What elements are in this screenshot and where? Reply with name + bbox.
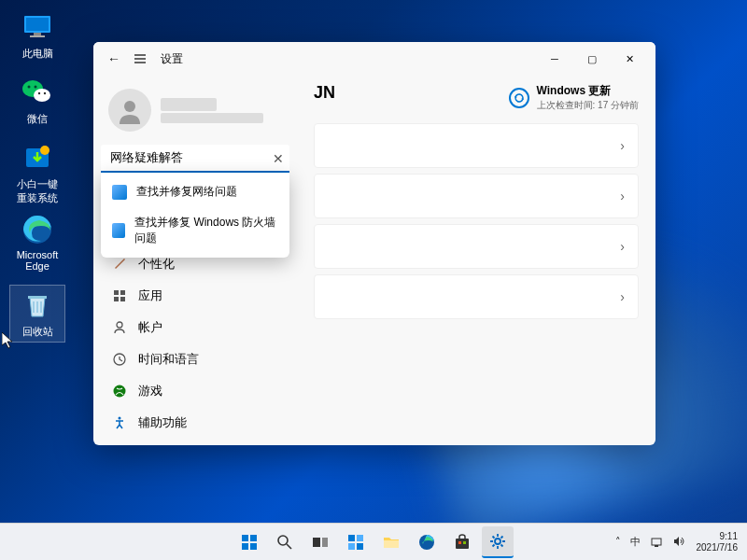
desktop-icon-installer[interactable]: 小白一键重装系统 bbox=[9, 138, 65, 208]
desktop-icon-wechat[interactable]: 微信 bbox=[9, 73, 65, 129]
svg-point-20 bbox=[117, 322, 122, 328]
svg-rect-32 bbox=[357, 535, 363, 541]
svg-rect-24 bbox=[242, 535, 248, 541]
tray-chevron-up-icon[interactable]: ˄ bbox=[613, 534, 623, 550]
hamburger-menu-icon[interactable] bbox=[127, 46, 153, 72]
svg-rect-26 bbox=[242, 543, 248, 550]
start-button[interactable] bbox=[233, 526, 265, 558]
svg-point-22 bbox=[114, 385, 126, 398]
system-tray: ˄ 中 9:11 2021/7/16 bbox=[613, 531, 742, 553]
taskbar: ˄ 中 9:11 2021/7/16 bbox=[0, 523, 747, 560]
svg-rect-3 bbox=[30, 35, 45, 37]
svg-rect-38 bbox=[458, 541, 461, 544]
nav-label: 游戏 bbox=[138, 383, 162, 399]
clear-search-button[interactable]: ✕ bbox=[273, 151, 284, 166]
edge-taskbar-button[interactable] bbox=[411, 526, 443, 558]
widgets-button[interactable] bbox=[340, 526, 372, 558]
svg-point-11 bbox=[40, 146, 49, 155]
clock-tray[interactable]: 9:11 2021/7/16 bbox=[693, 531, 742, 553]
search-input[interactable] bbox=[101, 145, 289, 173]
svg-point-6 bbox=[28, 86, 31, 89]
update-sync-icon bbox=[509, 88, 529, 108]
desktop-icon-label: 回收站 bbox=[22, 325, 53, 339]
chevron-right-icon: › bbox=[620, 138, 625, 153]
avatar bbox=[108, 89, 151, 132]
apps-icon bbox=[112, 288, 127, 303]
nav-label: 辅助功能 bbox=[138, 414, 187, 431]
troubleshoot-icon bbox=[112, 185, 127, 200]
svg-rect-18 bbox=[114, 297, 119, 301]
sidebar: ✕ 查找并修复网络问题 查找并修复 Windows 防火墙问题 网络 & Int… bbox=[93, 76, 297, 445]
svg-rect-1 bbox=[26, 18, 49, 31]
desktop-icon-pc[interactable]: 此电脑 bbox=[9, 7, 65, 63]
suggestion-item[interactable]: 查找并修复 Windows 防火墙问题 bbox=[101, 207, 289, 254]
svg-rect-25 bbox=[250, 535, 257, 541]
store-button[interactable] bbox=[446, 526, 478, 558]
volume-tray-icon[interactable] bbox=[670, 533, 687, 552]
settings-card[interactable]: › bbox=[314, 123, 639, 168]
network-tray-icon[interactable] bbox=[648, 533, 665, 552]
nav-label: 时间和语言 bbox=[138, 351, 199, 368]
wechat-icon bbox=[21, 76, 54, 109]
user-email bbox=[161, 113, 263, 123]
settings-card[interactable]: › bbox=[314, 274, 639, 319]
nav-apps[interactable]: 应用 bbox=[101, 281, 289, 311]
svg-point-28 bbox=[278, 536, 288, 545]
maximize-button[interactable]: ▢ bbox=[573, 46, 611, 72]
back-button[interactable]: ← bbox=[101, 46, 127, 72]
nav-accessibility[interactable]: 辅助功能 bbox=[101, 408, 289, 438]
svg-rect-39 bbox=[463, 541, 466, 544]
monitor-icon bbox=[21, 10, 54, 44]
svg-point-9 bbox=[44, 92, 46, 94]
svg-rect-30 bbox=[322, 538, 328, 547]
cursor-icon bbox=[2, 332, 15, 349]
xbox-icon bbox=[112, 384, 127, 399]
titlebar: ← 设置 ─ ▢ ✕ bbox=[93, 42, 655, 76]
nav-accounts[interactable]: 帐户 bbox=[101, 313, 289, 343]
svg-rect-41 bbox=[652, 539, 661, 545]
minimize-button[interactable]: ─ bbox=[536, 46, 573, 72]
svg-rect-29 bbox=[313, 538, 320, 547]
settings-taskbar-button[interactable] bbox=[482, 526, 514, 558]
svg-rect-13 bbox=[28, 296, 47, 299]
suggestion-item[interactable]: 查找并修复网络问题 bbox=[101, 176, 289, 207]
ime-indicator[interactable]: 中 bbox=[628, 533, 642, 551]
svg-rect-19 bbox=[120, 297, 125, 301]
search-button[interactable] bbox=[269, 526, 301, 558]
settings-card[interactable]: › bbox=[314, 174, 639, 218]
desktop-icon-edge[interactable]: Microsoft Edge bbox=[9, 210, 65, 274]
installer-icon bbox=[21, 141, 54, 175]
svg-rect-2 bbox=[34, 33, 41, 35]
taskview-button[interactable] bbox=[304, 526, 336, 558]
accessibility-icon bbox=[112, 415, 127, 430]
window-title: 设置 bbox=[161, 51, 183, 67]
close-button[interactable]: ✕ bbox=[611, 46, 648, 72]
update-title: Windows 更新 bbox=[537, 83, 639, 99]
clock-icon bbox=[112, 352, 127, 367]
recycle-bin-icon bbox=[21, 288, 54, 322]
user-section[interactable] bbox=[101, 83, 297, 137]
account-icon bbox=[112, 320, 127, 335]
explorer-button[interactable] bbox=[375, 526, 407, 558]
svg-point-5 bbox=[34, 89, 50, 102]
svg-rect-37 bbox=[456, 539, 469, 549]
nav-gaming[interactable]: 游戏 bbox=[101, 376, 289, 406]
desktop-icon-recycle-bin[interactable]: 回收站 bbox=[9, 285, 65, 343]
settings-window: ← 设置 ─ ▢ ✕ ✕ 查找并修复网络问题 查找并修复 Windows bbox=[93, 42, 655, 445]
svg-rect-31 bbox=[348, 535, 355, 541]
taskbar-center bbox=[233, 526, 514, 558]
chevron-right-icon: › bbox=[620, 189, 625, 203]
svg-rect-33 bbox=[348, 543, 355, 550]
svg-rect-16 bbox=[114, 290, 119, 295]
edge-icon bbox=[21, 213, 54, 246]
settings-card[interactable]: › bbox=[314, 224, 639, 269]
svg-point-40 bbox=[495, 539, 500, 544]
windows-update-status[interactable]: Windows 更新 上次检查时间: 17 分钟前 bbox=[509, 83, 639, 112]
desktop-icon-label: 此电脑 bbox=[22, 47, 53, 61]
desktop-icon-label: Microsoft Edge bbox=[12, 249, 63, 272]
svg-rect-17 bbox=[120, 290, 125, 295]
search-container: ✕ 查找并修复网络问题 查找并修复 Windows 防火墙问题 bbox=[101, 145, 289, 173]
svg-point-14 bbox=[124, 101, 135, 112]
nav-time-language[interactable]: 时间和语言 bbox=[101, 344, 289, 374]
svg-rect-27 bbox=[250, 543, 257, 550]
